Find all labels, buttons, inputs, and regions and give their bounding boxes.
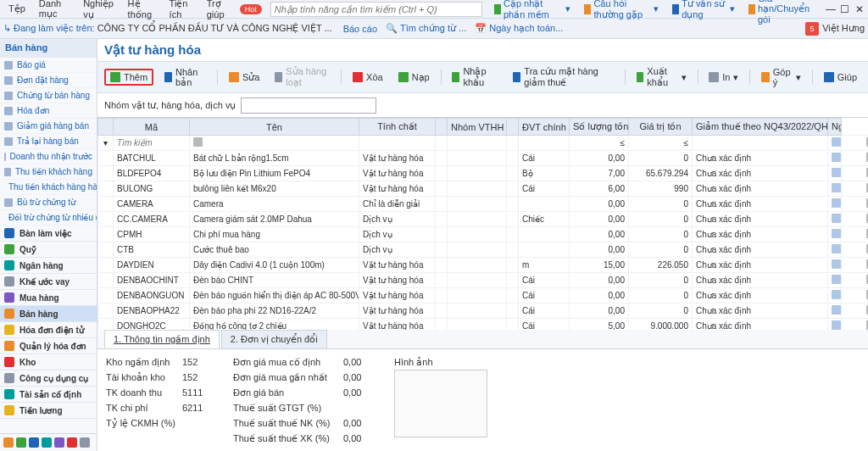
sidebar-module-item[interactable]: Quỹ xyxy=(0,242,97,258)
bi-2[interactable] xyxy=(16,437,26,448)
global-search-input[interactable] xyxy=(270,2,482,17)
maximize-button[interactable]: ☐ xyxy=(839,3,850,15)
tax-flag[interactable] xyxy=(832,320,841,330)
tax-flag[interactable] xyxy=(832,214,841,223)
sidebar-module-item[interactable]: Kho xyxy=(0,354,97,370)
duplicate-button[interactable]: Nhân bản xyxy=(160,65,210,90)
search-code[interactable] xyxy=(117,138,186,148)
help-button[interactable]: Giúp xyxy=(820,70,861,84)
table-row[interactable]: BLDFEPO4Bộ lưu điện Pin Lithium FePO4Vật… xyxy=(98,166,869,181)
menu-utility[interactable]: Tiện ích xyxy=(164,0,198,21)
bi-4[interactable] xyxy=(42,437,52,448)
minimize-button[interactable]: — xyxy=(826,3,837,15)
tax-lookup-button[interactable]: Tra cứu mặt hàng giảm thuế xyxy=(509,64,618,90)
tax-flag[interactable] xyxy=(832,153,841,162)
sidebar-module-item[interactable]: Khế ước vay xyxy=(0,274,97,290)
column-header[interactable]: Số lượng tồn xyxy=(570,119,629,136)
filter-combo[interactable] xyxy=(241,97,376,114)
sidebar-module-item[interactable]: Bàn làm việc xyxy=(0,226,97,242)
sidebar-nav-item[interactable]: Doanh thu nhận trước xyxy=(0,149,97,164)
sidebar-module-item[interactable]: Ngân hàng xyxy=(0,258,97,274)
tab-default-info[interactable]: 1. Thông tin ngầm định xyxy=(104,330,220,348)
report-link[interactable]: Báo cáo xyxy=(341,24,377,34)
sidebar-module-item[interactable]: Quản lý hóa đơn xyxy=(0,338,97,354)
schedule-link[interactable]: 📅 Ngày hạch toán... xyxy=(475,23,563,34)
close-button[interactable]: ✕ xyxy=(854,3,865,15)
menu-help[interactable]: Trợ giúp xyxy=(202,0,236,21)
sidebar-nav-item[interactable]: Trả lại hàng bán xyxy=(0,134,97,149)
update-link[interactable]: Cập nhật phần mềm▾ xyxy=(489,0,576,22)
column-header[interactable] xyxy=(507,119,519,136)
column-header[interactable]: Ngừng theo dõi xyxy=(828,119,842,136)
image-box[interactable] xyxy=(394,370,487,437)
sidebar-module-item[interactable]: Hóa đơn điện tử xyxy=(0,322,97,338)
sidebar-module-item[interactable]: Tài sản cố định xyxy=(0,387,97,403)
sidebar-module-item[interactable]: Bán hàng xyxy=(0,306,97,322)
table-row[interactable]: DONGHO2CĐồng hồ công tơ 2 chiềuVật tư hà… xyxy=(98,319,869,331)
print-button[interactable]: In▾ xyxy=(704,70,743,85)
bi-3[interactable] xyxy=(29,437,39,448)
sidebar-module-item[interactable]: Tiền lương xyxy=(0,403,97,419)
sidebar-nav-item[interactable]: Thu tiền khách hàng hàng l... xyxy=(0,180,97,195)
feedback-button[interactable]: Góp ý▾ xyxy=(757,65,805,89)
column-header[interactable] xyxy=(436,119,448,136)
table-row[interactable]: BULONGbulông liên kết M6x20Vật tư hàng h… xyxy=(98,181,869,197)
delete-button[interactable]: Xóa xyxy=(348,70,387,84)
column-header[interactable]: Giá trị tồn xyxy=(629,119,693,136)
column-header[interactable] xyxy=(98,119,114,136)
table-row[interactable]: DENBAOCHINTĐèn báo CHINTVật tư hàng hóaC… xyxy=(98,273,869,288)
column-header[interactable]: Tính chất xyxy=(359,119,436,136)
table-row[interactable]: BATCHULBát chữ L bản rộng1.5cmVật tư hàn… xyxy=(98,151,869,166)
tax-flag[interactable] xyxy=(832,290,841,299)
bi-6[interactable] xyxy=(67,437,77,448)
sidebar-nav-item[interactable]: Hóa đơn xyxy=(0,103,97,119)
tab-uom[interactable]: 2. Đơn vị chuyển đổi xyxy=(221,330,327,348)
sidebar-nav-item[interactable]: Bù trừ chứng từ xyxy=(0,195,97,210)
filter-tax-btn[interactable] xyxy=(832,137,841,147)
tax-flag[interactable] xyxy=(832,275,841,284)
tax-flag[interactable] xyxy=(832,244,841,253)
batch-edit-button[interactable]: Sửa hàng loạt xyxy=(270,64,334,90)
tax-flag[interactable] xyxy=(832,168,841,177)
bi-7[interactable] xyxy=(80,437,90,448)
column-header[interactable]: ĐVT chính xyxy=(519,119,570,136)
table-row[interactable]: DAYDIENDây điện Cadivi 4.0 (1 cuộn 100m)… xyxy=(98,258,869,273)
menu-category[interactable]: Danh mục xyxy=(34,0,75,21)
consult-link[interactable]: Tư vấn sử dụng▾ xyxy=(667,0,739,22)
edit-button[interactable]: Sửa xyxy=(225,70,264,85)
sidebar-module-item[interactable]: Mua hàng xyxy=(0,290,97,306)
tax-flag[interactable] xyxy=(832,183,841,192)
sidebar-nav-item[interactable]: Đối trừ chứng từ nhiều đối ... xyxy=(0,210,97,226)
find-voucher-link[interactable]: 🔍 Tìm chứng từ ... xyxy=(386,23,466,34)
table-row[interactable]: CTBCước thuê baoDịch vụ0,000Chưa xác địn… xyxy=(98,242,869,258)
tax-flag[interactable] xyxy=(832,259,841,269)
table-row[interactable]: DENBAOPHA22Đèn báo pha phi 22 ND16-22A/2… xyxy=(98,303,869,319)
sidebar-nav-item[interactable]: Đơn đặt hàng xyxy=(0,73,97,88)
bi-5[interactable] xyxy=(54,437,64,448)
table-row[interactable]: CC.CAMERACamera giám sát 2.0MP DahuaDịch… xyxy=(98,212,869,227)
filter-icon-cell[interactable]: ▾ xyxy=(98,136,114,151)
tax-flag[interactable] xyxy=(832,229,841,238)
faq-link[interactable]: Câu hỏi thường gặp▾ xyxy=(579,0,664,22)
sidebar-nav-item[interactable]: Thu tiền khách hàng xyxy=(0,164,97,180)
export-button[interactable]: Xuất khẩu▾ xyxy=(632,64,691,90)
tax-flag[interactable] xyxy=(832,305,841,315)
filter-btn[interactable] xyxy=(193,137,203,147)
import-button[interactable]: Nhập khẩu xyxy=(448,64,502,90)
sidebar-nav-item[interactable]: Giảm giá hàng bán xyxy=(0,119,97,134)
tax-flag[interactable] xyxy=(832,198,841,208)
table-row[interactable]: DENBAONGUONĐèn báo nguồn hiển thị điện á… xyxy=(98,288,869,303)
user-badge[interactable]: 5 Việt Hưng xyxy=(805,22,865,36)
sidebar-nav-item[interactable]: Báo giá xyxy=(0,58,97,73)
column-header[interactable]: Giảm thuế theo NQ43/2022/QH15 xyxy=(693,119,828,136)
reload-button[interactable]: Nạp xyxy=(394,70,434,85)
menu-file[interactable]: Tệp xyxy=(3,2,31,16)
menu-business[interactable]: Nghiệp vụ xyxy=(78,0,119,22)
add-button[interactable]: Thêm xyxy=(104,69,153,86)
column-header[interactable]: Mã xyxy=(114,119,190,136)
column-header[interactable]: Nhóm VTHH xyxy=(448,119,507,136)
table-row[interactable]: CPMHChi phí mua hàngDịch vụ0,000Chưa xác… xyxy=(98,227,869,242)
menu-system[interactable]: Hệ thống xyxy=(123,0,161,22)
sidebar-nav-item[interactable]: Chứng từ bán hàng xyxy=(0,88,97,103)
sidebar-module-item[interactable]: Công cụ dụng cụ xyxy=(0,370,97,387)
